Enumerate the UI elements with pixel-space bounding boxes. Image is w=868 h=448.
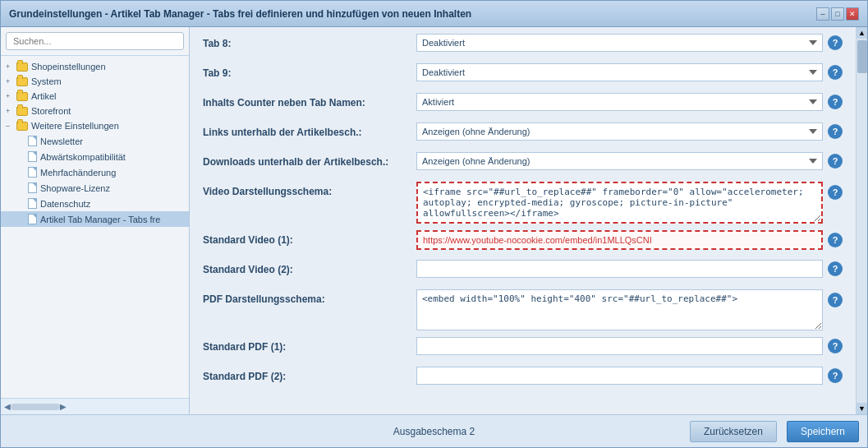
select-downloads[interactable]: Anzeigen (ohne Änderung) Deaktiviert <box>416 152 823 170</box>
sidebar-item-artikel[interactable]: + Artikel <box>1 89 189 104</box>
control-tab9: Deaktiviert Aktiviert ? <box>416 63 843 81</box>
label-tab8: Tab 8: <box>203 34 416 49</box>
form-row-inhaltscounter: Inhalts Counter neben Tab Namen: Aktivie… <box>203 93 843 116</box>
input-standardpdf1[interactable] <box>416 337 823 355</box>
form-row-standardvideo2: Standard Video (2): ? <box>203 260 843 283</box>
search-input[interactable] <box>6 32 184 50</box>
input-standardvideo2[interactable] <box>416 260 823 278</box>
form-row-pdfschema: PDF Darstellungsschema: ? <box>203 289 843 330</box>
scroll-down-arrow[interactable]: ▼ <box>857 403 868 414</box>
form-row-videoschema: Video Darstellungsschema: ? <box>203 182 843 224</box>
window-controls: – □ ✕ <box>816 7 859 21</box>
horizontal-scrollbar[interactable] <box>11 404 60 410</box>
expand-icon: + <box>6 62 14 71</box>
input-standardvideo1[interactable] <box>416 230 823 250</box>
help-tab9[interactable]: ? <box>828 65 843 80</box>
label-standardvideo1: Standard Video (1): <box>203 230 416 246</box>
select-tab9[interactable]: Deaktiviert Aktiviert <box>416 63 823 81</box>
sidebar-bottom: ◀ ▶ <box>1 398 189 414</box>
bottom-bar: Ausgabeschema 2 Zurücksetzen Speichern <box>1 414 867 447</box>
expand-icon: – <box>6 122 14 130</box>
scroll-up-arrow[interactable]: ▲ <box>857 27 868 39</box>
sidebar-item-label: Mehrfachänderung <box>40 168 116 178</box>
window-title: Grundeinstellungen - Artikel Tab Manager… <box>9 8 471 20</box>
titlebar: Grundeinstellungen - Artikel Tab Manager… <box>1 1 867 27</box>
label-downloads: Downloads unterhalb der Artikelbesch.: <box>203 152 416 168</box>
help-videoschema[interactable]: ? <box>828 185 843 200</box>
control-videoschema: ? <box>416 182 843 224</box>
label-tab9: Tab 9: <box>203 63 416 79</box>
reset-button[interactable]: Zurücksetzen <box>690 421 777 442</box>
help-standardpdf2[interactable]: ? <box>828 368 843 383</box>
help-links[interactable]: ? <box>828 124 843 139</box>
tree-container: + Shopeinstellungen + System + Artikel <box>1 56 189 398</box>
select-links[interactable]: Anzeigen (ohne Änderung) Deaktiviert <box>416 122 823 141</box>
search-box <box>1 27 189 56</box>
input-standardpdf2[interactable] <box>416 367 823 385</box>
label-videoschema: Video Darstellungsschema: <box>203 182 416 197</box>
form-row-downloads: Downloads unterhalb der Artikelbesch.: A… <box>203 152 843 175</box>
sidebar-item-datenschutz[interactable]: Datenschutz <box>1 196 189 211</box>
content-scroll-wrap: Tab 8: Deaktiviert Aktiviert ? Tab 9: <box>190 27 867 414</box>
sidebar-item-label: Datenschutz <box>40 199 90 209</box>
scroll-right-icon[interactable]: ▶ <box>60 402 67 411</box>
label-inhaltscounter: Inhalts Counter neben Tab Namen: <box>203 93 416 109</box>
control-downloads: Anzeigen (ohne Änderung) Deaktiviert ? <box>416 152 843 170</box>
maximize-button[interactable]: □ <box>831 7 844 21</box>
control-inhaltscounter: Aktiviert Deaktiviert ? <box>416 93 843 111</box>
sidebar-item-mehrfach[interactable]: Mehrfachänderung <box>1 164 189 180</box>
help-downloads[interactable]: ? <box>828 154 843 169</box>
label-standardpdf1: Standard PDF (1): <box>203 337 416 353</box>
expand-icon: + <box>6 77 14 85</box>
control-tab8: Deaktiviert Aktiviert ? <box>416 34 843 52</box>
control-standardpdf1: ? <box>416 337 843 355</box>
label-links: Links unterhalb der Artikelbesch.: <box>203 122 416 138</box>
help-standardvideo1[interactable]: ? <box>828 233 843 247</box>
main-window: Grundeinstellungen - Artikel Tab Manager… <box>0 0 868 448</box>
minimize-button[interactable]: – <box>816 7 829 21</box>
folder-icon <box>16 62 28 72</box>
sidebar-item-label: Shopware-Lizenz <box>40 183 110 193</box>
sidebar-item-label: Weitere Einstellungen <box>31 121 119 131</box>
control-standardpdf2: ? <box>416 367 843 385</box>
scroll-left-icon[interactable]: ◀ <box>4 402 11 411</box>
sidebar-item-artikeltab[interactable]: Artikel Tab Manager - Tabs fre <box>1 211 189 227</box>
form-row-tab8: Tab 8: Deaktiviert Aktiviert ? <box>203 34 843 57</box>
textarea-pdfschema[interactable] <box>416 289 823 330</box>
save-button[interactable]: Speichern <box>787 421 859 442</box>
help-standardpdf1[interactable]: ? <box>828 339 843 353</box>
doc-icon <box>28 136 37 146</box>
doc-icon <box>28 151 37 162</box>
control-links: Anzeigen (ohne Änderung) Deaktiviert ? <box>416 122 843 141</box>
sidebar-item-shopeinstellungen[interactable]: + Shopeinstellungen <box>1 59 189 74</box>
folder-icon <box>16 92 28 101</box>
doc-icon <box>28 198 37 209</box>
select-inhaltscounter[interactable]: Aktiviert Deaktiviert <box>416 93 823 111</box>
label-pdfschema: PDF Darstellungsschema: <box>203 289 416 305</box>
sidebar-item-storefront[interactable]: + Storefront <box>1 104 189 118</box>
label-standardvideo2: Standard Video (2): <box>203 260 416 275</box>
help-inhaltscounter[interactable]: ? <box>828 95 843 109</box>
sidebar-item-shopware[interactable]: Shopware-Lizenz <box>1 180 189 196</box>
sidebar-item-label: Artikel Tab Manager - Tabs fre <box>40 215 160 224</box>
folder-icon <box>16 77 28 86</box>
vertical-scrollbar[interactable]: ▲ ▼ <box>856 27 867 414</box>
expand-icon: + <box>6 92 14 100</box>
sidebar-item-label: Shopeinstellungen <box>31 62 106 72</box>
close-button[interactable]: ✕ <box>846 7 859 21</box>
control-pdfschema: ? <box>416 289 843 330</box>
help-pdfschema[interactable]: ? <box>828 293 843 307</box>
help-standardvideo2[interactable]: ? <box>828 261 843 276</box>
sidebar-item-newsletter[interactable]: Newsletter <box>1 133 189 149</box>
folder-icon <box>16 122 28 131</box>
scroll-thumb[interactable] <box>857 40 867 73</box>
sidebar-item-abwaerts[interactable]: Abwärtskompatibilität <box>1 149 189 164</box>
help-tab8[interactable]: ? <box>828 35 843 50</box>
folder-icon <box>16 107 28 116</box>
sidebar-item-system[interactable]: + System <box>1 74 189 89</box>
sidebar-item-weitere[interactable]: – Weitere Einstellungen <box>1 118 189 133</box>
select-tab8[interactable]: Deaktiviert Aktiviert <box>416 34 823 52</box>
textarea-videoschema[interactable] <box>416 182 823 224</box>
form-row-tab9: Tab 9: Deaktiviert Aktiviert ? <box>203 63 843 86</box>
sidebar-item-label: Newsletter <box>40 136 83 146</box>
